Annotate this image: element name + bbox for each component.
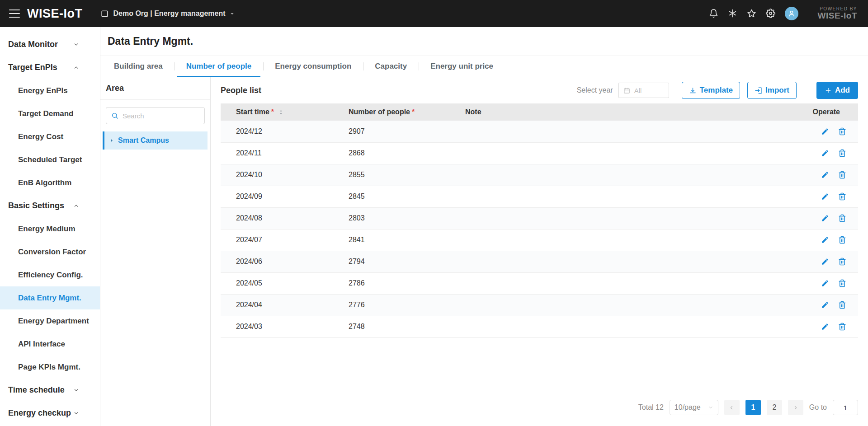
sidebar-section-time-schedule[interactable]: Time schedule xyxy=(0,379,100,402)
powered-by-line2: WISE-IoT xyxy=(818,11,857,21)
sidebar-item-enb-algorithm[interactable]: EnB Algorithm xyxy=(0,171,100,194)
col-operate: Operate xyxy=(790,103,858,121)
favorites-icon[interactable] xyxy=(747,9,756,18)
delete-icon[interactable] xyxy=(838,171,846,179)
settings-icon[interactable] xyxy=(766,9,775,18)
template-button[interactable]: Template xyxy=(682,82,740,99)
sidebar-item-data-entry-mgmt[interactable]: Data Entry Mgmt. xyxy=(0,286,100,309)
table-row: 2024/04 2776 xyxy=(221,294,858,316)
cell-note xyxy=(465,272,790,294)
list-controls: Select year All Template Import xyxy=(577,82,858,99)
delete-icon[interactable] xyxy=(838,192,846,201)
plus-icon xyxy=(825,87,832,94)
org-icon xyxy=(100,9,109,18)
sidebar-section-basic-settings[interactable]: Basic Settings xyxy=(0,194,100,217)
cell-operate xyxy=(790,272,858,294)
sidebar-item-energy-cost[interactable]: Energy Cost xyxy=(0,125,100,148)
edit-icon[interactable] xyxy=(821,323,829,331)
edit-icon[interactable] xyxy=(821,301,829,309)
page-button-2[interactable]: 2 xyxy=(767,400,782,415)
cell-operate xyxy=(790,142,858,164)
page-size-select[interactable]: 10/page xyxy=(670,400,718,415)
sidebar-item-api-interface[interactable]: API Interface xyxy=(0,332,100,356)
col-number-of-people: Number of people* xyxy=(349,103,465,121)
cell-operate xyxy=(790,121,858,142)
cell-count: 2868 xyxy=(349,142,465,164)
sidebar-section-target-enpis[interactable]: Target EnPIs xyxy=(0,56,100,79)
sidebar-item-efficiency-config[interactable]: Efficiency Config. xyxy=(0,263,100,286)
sort-icon[interactable] xyxy=(278,109,284,115)
edit-icon[interactable] xyxy=(821,192,829,201)
sidebar-item-target-demand[interactable]: Target Demand xyxy=(0,102,100,125)
table-row: 2024/09 2845 xyxy=(221,186,858,207)
goto-page-input[interactable] xyxy=(833,400,858,415)
delete-icon[interactable] xyxy=(838,301,846,309)
sidebar-item-energy-department[interactable]: Energy Department xyxy=(0,309,100,332)
edit-icon[interactable] xyxy=(821,127,829,136)
prev-page-button[interactable] xyxy=(724,400,740,415)
page-button-1[interactable]: 1 xyxy=(745,400,761,415)
edit-icon[interactable] xyxy=(821,236,829,244)
sidebar-section-energy-checkup[interactable]: Energy checkup xyxy=(0,402,100,425)
edit-icon[interactable] xyxy=(821,149,829,157)
app-shell: Data Monitor Target EnPIs Energy EnPIs T… xyxy=(0,27,868,426)
year-select[interactable]: All xyxy=(618,83,669,98)
chevron-down-icon xyxy=(73,42,79,47)
calendar-icon xyxy=(623,87,630,94)
app-logo: WISE-IoT xyxy=(27,7,82,21)
org-selector[interactable]: Demo Org | Energy management xyxy=(100,9,234,18)
delete-icon[interactable] xyxy=(838,279,846,287)
tab-bar: Building area Number of people Energy co… xyxy=(100,56,868,77)
section-label: Data Monitor xyxy=(8,40,58,49)
sidebar-item-energy-enpis[interactable]: Energy EnPIs xyxy=(0,79,100,102)
delete-icon[interactable] xyxy=(838,214,846,222)
delete-icon[interactable] xyxy=(838,257,846,266)
edit-icon[interactable] xyxy=(821,171,829,179)
tab-capacity[interactable]: Capacity xyxy=(363,56,419,77)
area-panel-title: Area xyxy=(100,77,210,100)
edit-icon[interactable] xyxy=(821,279,829,287)
cell-operate xyxy=(790,251,858,272)
topbar: WISE-IoT Demo Org | Energy management PO… xyxy=(0,0,868,27)
sidebar-section-data-monitor[interactable]: Data Monitor xyxy=(0,33,100,56)
page-header: Data Entry Mgmt. xyxy=(100,27,868,56)
notifications-icon[interactable] xyxy=(709,9,718,18)
col-note-label: Note xyxy=(465,108,481,116)
sidebar-item-energy-medium[interactable]: Energy Medium xyxy=(0,217,100,240)
add-button[interactable]: Add xyxy=(816,82,858,99)
sidebar-item-page-kpis-mgmt[interactable]: Page KPIs Mgmt. xyxy=(0,356,100,379)
cell-note xyxy=(465,251,790,272)
avatar[interactable] xyxy=(785,7,798,20)
edit-icon[interactable] xyxy=(821,214,829,222)
sidebar-item-conversion-factor[interactable]: Conversion Factor xyxy=(0,240,100,263)
area-search xyxy=(106,107,205,124)
tree-item-smart-campus[interactable]: Smart Campus xyxy=(103,131,208,150)
tab-energy-consumption[interactable]: Energy consumption xyxy=(263,56,363,77)
delete-icon[interactable] xyxy=(838,149,846,157)
sparkle-icon[interactable] xyxy=(728,9,737,18)
tab-energy-unit-price[interactable]: Energy unit price xyxy=(419,56,505,77)
menu-icon[interactable] xyxy=(9,9,20,18)
import-button[interactable]: Import xyxy=(747,82,797,99)
delete-icon[interactable] xyxy=(838,127,846,136)
topbar-actions: POWERED BY WISE-IoT xyxy=(709,6,857,21)
search-icon xyxy=(111,112,118,119)
delete-icon[interactable] xyxy=(838,236,846,244)
tab-building-area[interactable]: Building area xyxy=(102,56,175,77)
sidebar-item-scheduled-target[interactable]: Scheduled Target xyxy=(0,148,100,171)
section-label: Time schedule xyxy=(8,385,65,395)
search-input[interactable] xyxy=(123,112,199,120)
cell-count: 2786 xyxy=(349,272,465,294)
cell-start-time: 2024/08 xyxy=(221,207,349,229)
user-icon xyxy=(788,10,795,17)
delete-icon[interactable] xyxy=(838,323,846,331)
cell-start-time: 2024/05 xyxy=(221,272,349,294)
next-page-button[interactable] xyxy=(788,400,803,415)
tab-number-of-people[interactable]: Number of people xyxy=(175,56,264,77)
cell-start-time: 2024/07 xyxy=(221,229,349,251)
tree-item-label: Smart Campus xyxy=(118,136,169,145)
cell-count: 2907 xyxy=(349,121,465,142)
edit-icon[interactable] xyxy=(821,257,829,266)
table-row: 2024/11 2868 xyxy=(221,142,858,164)
cell-operate xyxy=(790,294,858,316)
